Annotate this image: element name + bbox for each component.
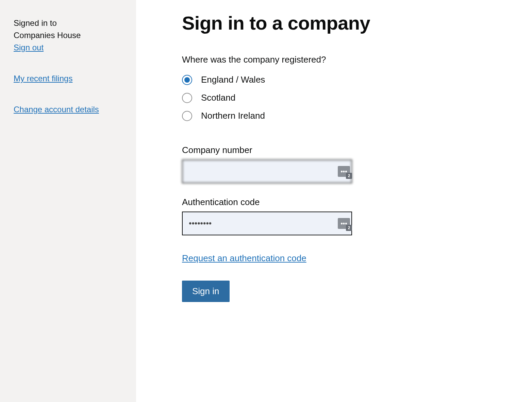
signed-in-status: Signed in to Companies House <box>14 17 122 41</box>
company-number-input-wrapper: ••• 2 <box>182 160 352 183</box>
password-manager-count: 2 <box>346 225 352 231</box>
radio-icon <box>182 111 192 121</box>
authentication-code-field: Authentication code ••• 2 <box>182 197 520 235</box>
radio-icon <box>182 93 192 103</box>
authentication-code-label: Authentication code <box>182 197 520 207</box>
main-content: Sign in to a company Where was the compa… <box>136 0 532 402</box>
registration-question: Where was the company registered? <box>182 54 520 65</box>
radio-england-wales[interactable]: England / Wales <box>182 74 520 85</box>
radio-label: Scotland <box>201 93 235 103</box>
password-manager-count: 2 <box>346 173 352 179</box>
radio-scotland[interactable]: Scotland <box>182 93 520 103</box>
password-manager-badge-icon[interactable]: ••• 2 <box>338 166 350 177</box>
page-title: Sign in to a company <box>182 12 520 34</box>
company-number-input[interactable] <box>182 160 352 183</box>
radio-icon <box>182 75 192 85</box>
sign-in-button[interactable]: Sign in <box>182 281 230 302</box>
company-number-label: Company number <box>182 145 520 155</box>
company-number-field: Company number ••• 2 <box>182 145 520 183</box>
my-recent-filings-link[interactable]: My recent filings <box>14 72 122 85</box>
sign-out-link[interactable]: Sign out <box>14 41 122 54</box>
change-account-details-link[interactable]: Change account details <box>14 103 122 116</box>
jurisdiction-radio-group: England / Wales Scotland Northern Irelan… <box>182 74 520 121</box>
password-manager-badge-icon[interactable]: ••• 2 <box>338 218 350 229</box>
authentication-code-input-wrapper: ••• 2 <box>182 212 352 235</box>
radio-label: England / Wales <box>201 74 265 85</box>
request-authentication-code-link[interactable]: Request an authentication code <box>182 253 306 264</box>
sidebar: Signed in to Companies House Sign out My… <box>0 0 136 402</box>
authentication-code-input[interactable] <box>182 212 352 235</box>
radio-northern-ireland[interactable]: Northern Ireland <box>182 111 520 121</box>
radio-label: Northern Ireland <box>201 111 265 121</box>
signed-in-line1: Signed in to <box>14 18 57 28</box>
signed-in-line2: Companies House <box>14 31 81 40</box>
